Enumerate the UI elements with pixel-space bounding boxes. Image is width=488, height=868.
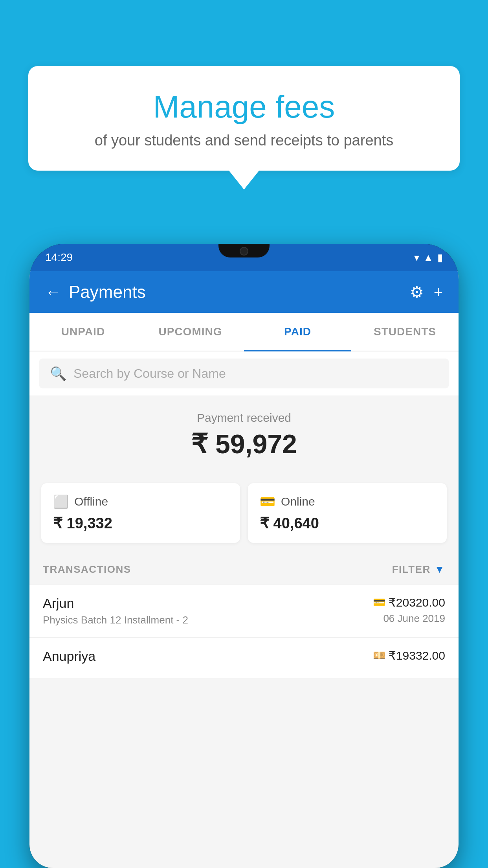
tab-unpaid[interactable]: UNPAID	[29, 313, 137, 351]
table-row[interactable]: Anupriya 💴 ₹19332.00	[29, 637, 459, 678]
transaction-amount: 💴 ₹19332.00	[373, 649, 445, 662]
app-content: ← Payments ⚙ + UNPAID UPCOMING PAID STUD…	[29, 271, 459, 868]
back-button[interactable]: ←	[45, 283, 61, 301]
phone-notch	[218, 244, 270, 257]
offline-icon: ⬜	[53, 494, 69, 509]
filter-icon: ▼	[435, 563, 445, 576]
student-name: Arjun	[43, 596, 188, 611]
search-placeholder: Search by Course or Name	[73, 366, 226, 381]
battery-icon: ▮	[437, 252, 443, 264]
phone-frame: 14:29 ▾ ▲ ▮ ← Payments ⚙ + UNPAID UPCOMI…	[29, 244, 459, 868]
status-time: 14:29	[45, 251, 73, 264]
table-row[interactable]: Arjun Physics Batch 12 Installment - 2 💳…	[29, 584, 459, 637]
header-actions: ⚙ +	[410, 283, 443, 301]
notch-camera	[240, 247, 248, 256]
payment-summary: Payment received ₹ 59,972	[29, 395, 459, 483]
filter-button[interactable]: FILTER ▼	[392, 563, 445, 576]
search-container: 🔍 Search by Course or Name	[29, 351, 459, 395]
offline-card-header: ⬜ Offline	[53, 494, 228, 509]
online-label: Online	[281, 495, 315, 508]
transactions-label: TRANSACTIONS	[43, 563, 131, 576]
transaction-right: 💴 ₹19332.00	[373, 649, 445, 666]
payment-type-icon: 💴	[373, 649, 385, 662]
payment-type-icon: 💳	[373, 596, 385, 609]
transactions-header: TRANSACTIONS FILTER ▼	[29, 555, 459, 584]
wifi-icon: ▾	[414, 252, 419, 264]
transaction-detail: Physics Batch 12 Installment - 2	[43, 614, 188, 626]
filter-label: FILTER	[392, 563, 431, 576]
payment-cards: ⬜ Offline ₹ 19,332 💳 Online ₹ 40,640	[41, 483, 447, 543]
offline-card: ⬜ Offline ₹ 19,332	[41, 483, 240, 543]
online-icon: 💳	[260, 494, 275, 509]
payment-amount: ₹ 59,972	[41, 428, 447, 460]
tabs-bar: UNPAID UPCOMING PAID STUDENTS	[29, 313, 459, 351]
transaction-right: 💳 ₹20320.00 06 June 2019	[373, 596, 445, 625]
status-icons: ▾ ▲ ▮	[414, 252, 443, 264]
transaction-date: 06 June 2019	[373, 612, 445, 625]
offline-label: Offline	[74, 495, 108, 508]
add-icon[interactable]: +	[434, 283, 443, 301]
student-name: Anupriya	[43, 649, 95, 664]
header-left: ← Payments	[45, 282, 146, 302]
search-box[interactable]: 🔍 Search by Course or Name	[39, 359, 449, 388]
transaction-left: Anupriya	[43, 649, 95, 667]
settings-icon[interactable]: ⚙	[410, 283, 424, 301]
offline-amount: ₹ 19,332	[53, 515, 228, 532]
tab-upcoming[interactable]: UPCOMING	[137, 313, 244, 351]
signal-icon: ▲	[423, 252, 433, 264]
status-bar: 14:29 ▾ ▲ ▮	[29, 244, 459, 271]
online-card: 💳 Online ₹ 40,640	[248, 483, 447, 543]
manage-fees-title: Manage fees	[48, 90, 440, 124]
app-header: ← Payments ⚙ +	[29, 271, 459, 313]
page-title: Payments	[69, 282, 146, 302]
search-icon: 🔍	[50, 366, 66, 381]
tab-students[interactable]: STUDENTS	[351, 313, 459, 351]
online-card-header: 💳 Online	[260, 494, 435, 509]
payment-received-label: Payment received	[41, 411, 447, 425]
online-amount: ₹ 40,640	[260, 515, 435, 532]
transaction-left: Arjun Physics Batch 12 Installment - 2	[43, 596, 188, 626]
speech-bubble: Manage fees of your students and send re…	[28, 66, 460, 171]
tab-paid[interactable]: PAID	[244, 313, 351, 351]
transaction-amount: 💳 ₹20320.00	[373, 596, 445, 609]
manage-fees-subtitle: of your students and send receipts to pa…	[48, 132, 440, 149]
